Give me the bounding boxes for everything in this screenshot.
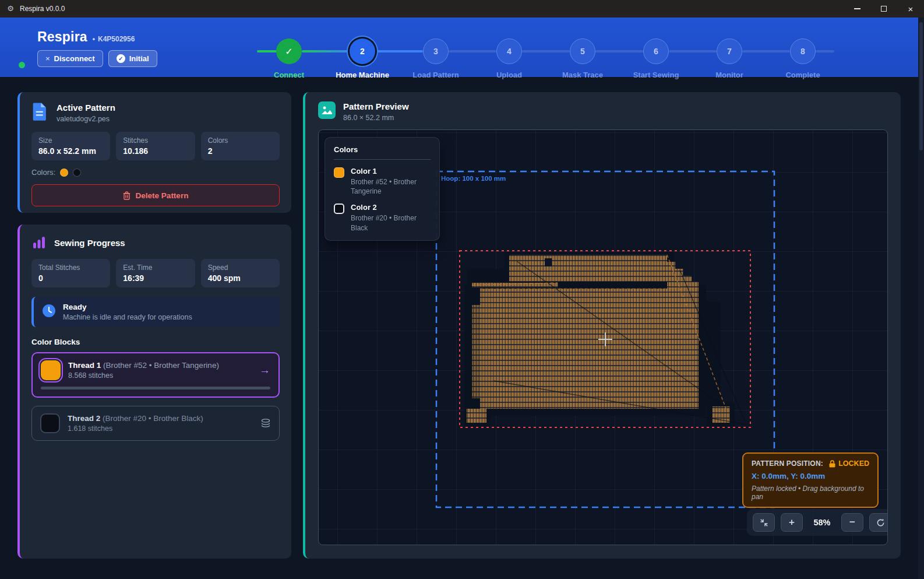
workflow-stepper: ✓ Connect 2 Home Machine 3 Load Pattern … <box>252 38 841 75</box>
pattern-filename: valetudogv2.pes <box>57 115 115 123</box>
arrow-right-icon: → <box>259 364 270 377</box>
stat-speed: Speed 400 spm <box>201 259 280 287</box>
color-swatch-2 <box>73 169 81 177</box>
thread-2-block[interactable]: Thread 2 (Brother #20 • Brother Black) 1… <box>31 406 280 441</box>
refresh-icon <box>876 518 885 527</box>
pattern-position-overlay: PATTERN POSITION: LOCKED X: 0.0mm, Y: 0.… <box>742 452 879 508</box>
zoom-controls: + 58% − <box>747 509 888 536</box>
trash-icon <box>123 191 131 200</box>
maximize-icon <box>881 6 887 12</box>
sewing-progress-title: Sewing Progress <box>54 238 125 248</box>
legend-title: Colors <box>334 145 431 160</box>
stack-icon <box>260 418 271 429</box>
clock-icon <box>42 304 56 318</box>
thread-1-stitches: 8.568 stitches <box>68 371 252 380</box>
initial-button[interactable]: ✓ Initial <box>108 50 157 67</box>
reset-view-button[interactable] <box>869 513 888 532</box>
hoop-label: Hoop: 100 x 100 mm <box>441 175 506 182</box>
brand-title: Respira <box>37 29 87 45</box>
colors-label: Colors: <box>31 168 55 177</box>
sewing-progress-card: Sewing Progress Total Stitches 0 Est. Ti… <box>17 224 291 559</box>
machine-serial: •K4P502956 <box>93 35 135 43</box>
thread-2-name: Thread 2 (Brother #20 • Brother Black) <box>68 414 253 423</box>
close-button[interactable]: × <box>897 0 924 17</box>
locked-badge: LOCKED <box>829 459 869 468</box>
disconnect-button[interactable]: × Disconnect <box>37 50 103 67</box>
legend-swatch-2 <box>334 203 344 214</box>
stat-total-stitches: Total Stitches 0 <box>31 259 110 287</box>
stat-est-time: Est. Time 16:39 <box>116 259 195 287</box>
step-start-sewing[interactable]: 6 Start Sewing <box>619 38 693 79</box>
legend-item-color1: Color 1 Brother #52 • Brother Tangerine <box>334 167 431 196</box>
step-connect[interactable]: ✓ Connect <box>252 38 326 79</box>
window-title: Respira v0.0.0 <box>20 5 65 13</box>
plus-icon: + <box>789 517 795 528</box>
step-upload[interactable]: 4 Upload <box>472 38 546 79</box>
thread-1-swatch <box>41 360 61 380</box>
active-pattern-card: Active Pattern valetudogv2.pes Size 86.0… <box>17 92 291 213</box>
minimize-button[interactable] <box>844 0 870 17</box>
position-coordinates: X: 0.0mm, Y: 0.0mm <box>752 472 869 480</box>
active-pattern-title: Active Pattern <box>57 103 115 113</box>
connection-status-dot <box>19 62 25 68</box>
thread-1-name: Thread 1 (Brother #52 • Brother Tangerin… <box>68 361 252 370</box>
preview-dimensions: 86.0 × 52.2 mm <box>343 114 409 122</box>
stat-colors: Colors 2 <box>201 132 280 160</box>
thread-1-progressbar <box>41 387 270 389</box>
position-title: PATTERN POSITION: <box>752 459 823 468</box>
app-icon: ⚙ <box>6 4 15 13</box>
status-description: Machine is idle and ready for operations <box>63 313 192 321</box>
page-scrollbar[interactable] <box>918 17 924 579</box>
image-icon <box>318 101 336 119</box>
close-icon: × <box>908 4 914 14</box>
step-load-pattern[interactable]: 3 Load Pattern <box>399 38 472 79</box>
zoom-out-button[interactable]: − <box>841 513 863 532</box>
app-header: Respira •K4P502956 × Disconnect ✓ Initia… <box>0 17 924 77</box>
step-complete[interactable]: 8 Complete <box>766 38 840 79</box>
fit-view-button[interactable] <box>753 513 775 532</box>
step-monitor[interactable]: 7 Monitor <box>693 38 766 79</box>
legend-item-color2: Color 2 Brother #20 • Brother Black <box>334 203 431 232</box>
stat-stitches: Stitches 10.186 <box>116 132 195 160</box>
bar-chart-icon <box>31 235 47 250</box>
pattern-preview-card: Pattern Preview 86.0 × 52.2 mm <box>303 92 901 559</box>
document-icon <box>31 103 49 121</box>
colors-legend: Colors Color 1 Brother #52 • Brother Tan… <box>325 137 440 241</box>
stat-size: Size 86.0 x 52.2 mm <box>31 132 110 160</box>
fit-view-icon <box>760 518 768 527</box>
position-hint: Pattern locked • Drag background to pan <box>752 485 869 501</box>
minimize-icon <box>854 8 860 9</box>
status-title: Ready <box>63 303 192 311</box>
preview-title: Pattern Preview <box>343 101 409 111</box>
zoom-in-button[interactable]: + <box>781 513 803 532</box>
stitch-cutout <box>545 258 552 266</box>
delete-pattern-button[interactable]: Delete Pattern <box>31 184 280 206</box>
machine-status-banner: Ready Machine is idle and ready for oper… <box>31 297 280 327</box>
window-titlebar: ⚙ Respira v0.0.0 × <box>0 0 924 17</box>
step-home-machine[interactable]: 2 Home Machine <box>326 38 399 79</box>
legend-swatch-1 <box>334 167 344 178</box>
color-blocks-heading: Color Blocks <box>31 338 280 346</box>
thread-2-swatch <box>40 413 60 433</box>
thread-1-block[interactable]: Thread 1 (Brother #52 • Brother Tangerin… <box>31 352 280 398</box>
disconnect-x-icon: × <box>45 54 50 63</box>
minus-icon: − <box>849 517 855 528</box>
maximize-button[interactable] <box>870 0 897 17</box>
zoom-level: 58% <box>809 518 835 527</box>
color-swatch-1 <box>60 169 68 177</box>
lock-icon <box>829 460 835 468</box>
check-circle-icon: ✓ <box>117 54 125 63</box>
step-check-icon: ✓ <box>276 38 302 64</box>
scrollbar-thumb[interactable] <box>919 22 923 150</box>
thread-2-stitches: 1.618 stitches <box>68 424 253 433</box>
preview-canvas[interactable]: Hoop: 100 x 100 mm Colors Color 1 Brothe… <box>318 129 888 545</box>
step-mask-trace[interactable]: 5 Mask Trace <box>546 38 619 79</box>
